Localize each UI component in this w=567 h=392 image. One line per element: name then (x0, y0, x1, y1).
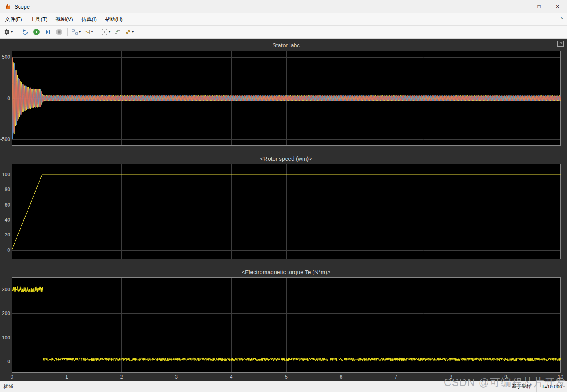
step-forward-button[interactable] (43, 27, 53, 37)
menu-help[interactable]: 帮助(H) (101, 14, 127, 25)
status-sample-mode: 基于采样 (507, 381, 536, 392)
gear-icon (4, 29, 10, 35)
step-forward-icon (45, 29, 51, 35)
y-tick-label: 200 (0, 311, 10, 316)
y-tick-label: -500 (0, 136, 10, 142)
maximize-button[interactable]: □ (530, 0, 548, 13)
y-tick-label: 100 (0, 172, 10, 177)
plot-rotor-speed: <Rotor speed (wm)> 020406080100 (0, 156, 567, 269)
scope-window: Scope – □ × 文件(F) 工具(T) 视图(V) 仿真(I) 帮助(H… (0, 0, 567, 39)
x-tick-label: 7 (394, 374, 397, 380)
y-tick-label: 0 (0, 96, 10, 101)
status-bar: 就绪 基于采样 T=10.000 (0, 381, 567, 392)
x-tick-label: 1 (65, 374, 68, 380)
status-sim-time-text: T=10.000 (541, 384, 562, 390)
trigger-icon (114, 29, 121, 35)
toolbar: ▾ ▾ (0, 26, 567, 39)
dropdown-arrow-icon: ▾ (132, 30, 134, 34)
close-icon: × (556, 3, 559, 10)
y-tick-label: 80 (0, 187, 10, 192)
brush-icon (125, 29, 131, 35)
dropdown-arrow-icon: ▾ (109, 30, 110, 34)
window-controls: – □ × (511, 0, 567, 13)
menu-bar: 文件(F) 工具(T) 视图(V) 仿真(I) 帮助(H) ↘ (0, 13, 567, 26)
toolbar-separator (67, 28, 68, 36)
plot-title-rotor-speed: <Rotor speed (wm)> (12, 156, 561, 162)
status-ready-text: 就绪 (0, 383, 13, 390)
x-tick-label: 3 (175, 374, 178, 380)
x-tick-label: 10 (558, 374, 563, 380)
fit-to-view-icon (101, 29, 108, 35)
highlight-block-button[interactable]: ▾ (70, 27, 82, 37)
minimize-button[interactable]: – (511, 0, 530, 13)
style-button[interactable]: ▾ (124, 27, 135, 37)
menu-view[interactable]: 视图(V) (51, 14, 77, 25)
x-tick-label: 5 (285, 374, 288, 380)
close-button[interactable]: × (548, 0, 567, 13)
x-tick-label: 2 (120, 374, 123, 380)
plot-stator-iabc: Stator Iabc -5000500 (0, 42, 567, 156)
status-sim-time: T=10.000 (536, 381, 567, 392)
y-tick-label: 60 (0, 202, 10, 208)
x-tick-label: 4 (230, 374, 233, 380)
title-bar: Scope – □ × (0, 0, 567, 13)
y-tick-label: 0 (0, 359, 10, 364)
y-tick-label: 40 (0, 217, 10, 223)
y-tick-label: 0 (0, 247, 10, 253)
minimize-icon: – (519, 3, 522, 10)
toolbar-separator (97, 28, 97, 36)
step-back-icon (22, 29, 28, 35)
y-tick-label: 300 (0, 287, 10, 292)
rotor-speed-canvas[interactable] (12, 164, 561, 259)
dock-arrow-icon[interactable]: ↘ (560, 15, 564, 21)
status-right-section: 基于采样 T=10.000 (507, 381, 567, 392)
maximize-icon: □ (537, 4, 540, 9)
cursor-measurements-button[interactable]: ▾ (83, 27, 94, 37)
x-tick-label: 6 (340, 374, 343, 380)
x-tick-label: 9 (504, 374, 507, 380)
dropdown-arrow-icon: ▾ (91, 30, 93, 34)
stator-iabc-canvas[interactable] (12, 51, 561, 146)
run-button[interactable] (31, 27, 42, 37)
plot-electromagnetic-torque: <Electromagnetic torque Te (N*m)> 010020… (0, 269, 567, 382)
plot-title-stator-iabc: Stator Iabc (12, 42, 561, 49)
menu-tools[interactable]: 工具(T) (26, 14, 52, 25)
simulink-block-icon (72, 29, 78, 35)
y-tick-label: 500 (0, 54, 10, 60)
fit-to-view-button[interactable]: ▾ (100, 27, 111, 37)
status-sample-mode-text: 基于采样 (512, 383, 531, 390)
scope-display-area: Stator Iabc -5000500 <Rotor speed (wm)> … (0, 39, 567, 381)
electromagnetic-torque-canvas[interactable] (12, 277, 561, 373)
stop-button[interactable] (54, 27, 64, 37)
scope-app-icon (4, 3, 11, 10)
toolbar-separator (17, 28, 17, 36)
trigger-button[interactable] (112, 27, 123, 37)
y-tick-label: 100 (0, 335, 10, 341)
dropdown-arrow-icon: ▾ (11, 30, 13, 34)
stop-icon (55, 28, 63, 36)
step-back-button[interactable] (20, 27, 30, 37)
window-title: Scope (15, 4, 30, 10)
x-tick-label: 0 (11, 374, 13, 380)
cursor-measurements-icon (84, 29, 90, 35)
run-icon (33, 28, 40, 36)
menu-file[interactable]: 文件(F) (1, 14, 26, 25)
y-tick-label: 20 (0, 232, 10, 238)
plot-title-electromagnetic-torque: <Electromagnetic torque Te (N*m)> (12, 269, 561, 275)
menu-simulation[interactable]: 仿真(I) (77, 14, 101, 25)
dropdown-arrow-icon: ▾ (79, 30, 81, 34)
configuration-button[interactable]: ▾ (2, 27, 14, 37)
x-tick-label: 8 (450, 374, 452, 380)
